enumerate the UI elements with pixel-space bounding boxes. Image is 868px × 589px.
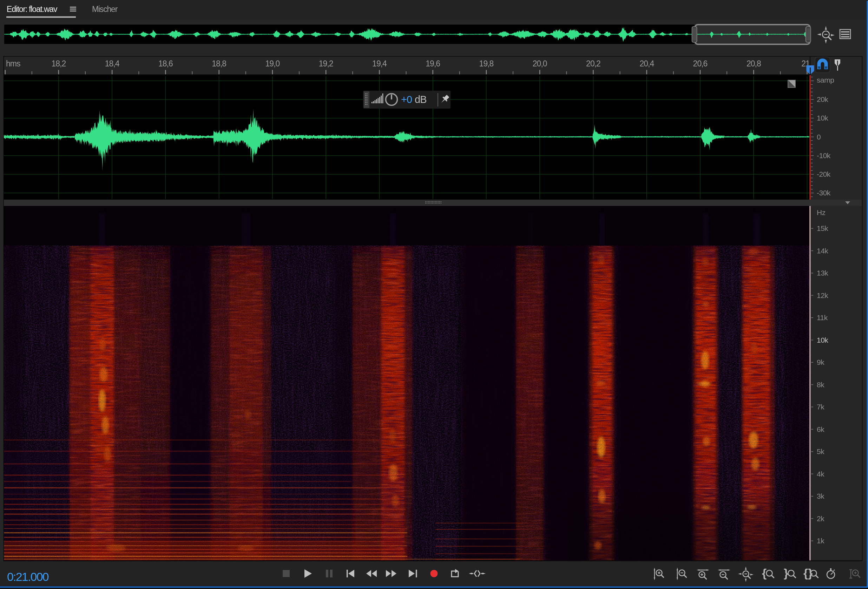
svg-text:15k: 15k (817, 224, 828, 232)
svg-text:2k: 2k (817, 515, 824, 522)
svg-text:+0: +0 (401, 94, 412, 105)
svg-text:18,4: 18,4 (105, 59, 120, 68)
svg-text:19,2: 19,2 (319, 59, 333, 68)
svg-text:hms: hms (6, 59, 21, 68)
svg-text:10k: 10k (817, 114, 828, 122)
svg-text:9k: 9k (817, 358, 824, 366)
svg-text:20,4: 20,4 (639, 59, 654, 68)
svg-text:Editor: float.wav: Editor: float.wav (7, 4, 58, 14)
svg-text:6k: 6k (817, 425, 824, 433)
svg-text:19,6: 19,6 (425, 59, 440, 68)
svg-text:3k: 3k (817, 492, 824, 500)
svg-text:18,2: 18,2 (52, 59, 66, 68)
svg-text:4k: 4k (817, 470, 824, 478)
svg-text:19,8: 19,8 (479, 59, 494, 68)
svg-text:-20k: -20k (817, 170, 831, 178)
svg-text:10k: 10k (817, 336, 828, 344)
svg-text:{}: {} (803, 566, 812, 580)
svg-text:19,0: 19,0 (266, 59, 280, 68)
svg-text:20,0: 20,0 (533, 59, 547, 68)
svg-text:samp: samp (817, 76, 834, 84)
svg-text:19,4: 19,4 (372, 59, 387, 68)
svg-text:18,8: 18,8 (212, 59, 226, 68)
svg-text:18,6: 18,6 (158, 59, 173, 68)
svg-text:20,8: 20,8 (747, 59, 761, 68)
svg-text:5k: 5k (817, 447, 824, 456)
svg-text:1k: 1k (817, 537, 824, 545)
svg-text:20,2: 20,2 (586, 59, 601, 68)
svg-text:Mischer: Mischer (92, 4, 118, 14)
svg-text:dB: dB (415, 94, 426, 105)
svg-text:12k: 12k (817, 292, 828, 299)
svg-text:-10k: -10k (817, 151, 831, 160)
svg-text:{: { (762, 566, 766, 580)
svg-text:-30k: -30k (817, 189, 831, 197)
svg-text:13k: 13k (817, 269, 828, 277)
svg-text:20,6: 20,6 (693, 59, 707, 68)
svg-text:14k: 14k (817, 247, 828, 255)
svg-text:Hz: Hz (817, 209, 825, 216)
svg-text:}: } (784, 566, 788, 580)
svg-text:0: 0 (817, 133, 821, 141)
svg-text:11k: 11k (817, 314, 828, 321)
svg-text:20k: 20k (817, 95, 828, 103)
svg-text:8k: 8k (817, 380, 824, 389)
svg-text:7k: 7k (817, 403, 824, 411)
svg-text:0:21.000: 0:21.000 (7, 570, 49, 583)
